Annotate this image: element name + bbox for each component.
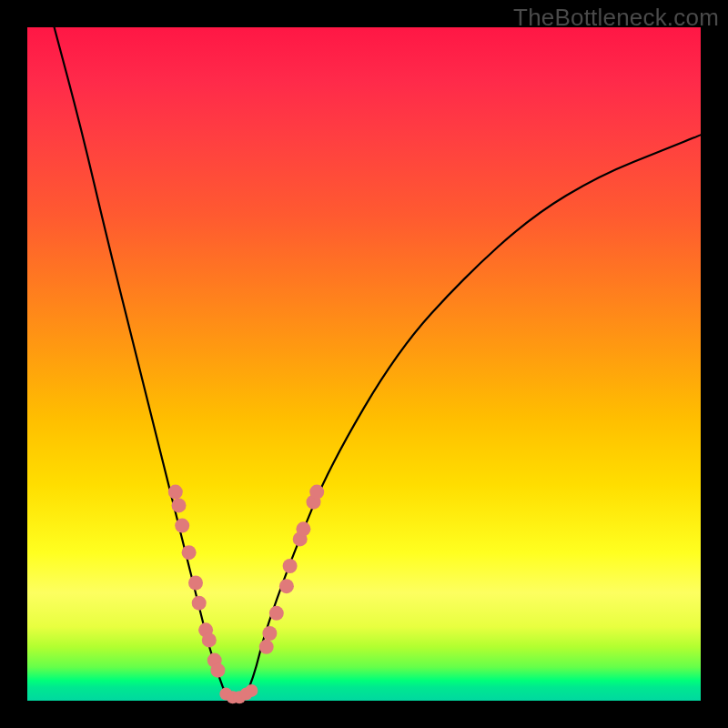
data-point-left-branch <box>168 485 183 500</box>
data-point-left-branch <box>210 663 225 678</box>
data-point-right-branch <box>279 579 294 593</box>
data-point-right-branch <box>283 559 298 573</box>
chart-frame: TheBottleneck.com <box>0 0 728 728</box>
data-point-left-branch <box>175 519 189 533</box>
data-point-trough <box>245 684 258 697</box>
data-point-right-branch <box>296 521 310 536</box>
data-point-left-branch <box>182 545 197 560</box>
data-point-right-branch <box>262 626 277 641</box>
data-point-left-branch <box>202 632 217 647</box>
data-point-right-branch <box>269 606 284 621</box>
data-point-left-branch <box>192 596 207 611</box>
data-point-right-branch <box>259 640 274 654</box>
data-point-markers <box>168 485 324 704</box>
data-point-left-branch <box>172 498 187 512</box>
plot-area <box>27 27 701 701</box>
chart-svg <box>27 27 701 701</box>
data-point-left-branch <box>188 576 203 591</box>
bottleneck-curve <box>55 27 701 701</box>
data-point-right-branch <box>309 485 324 500</box>
